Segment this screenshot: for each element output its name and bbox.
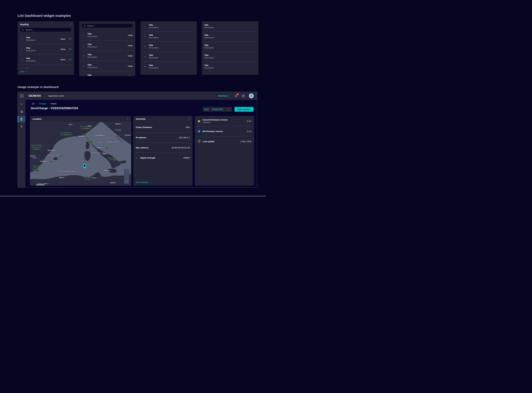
kebab-menu-icon[interactable] (188, 118, 190, 120)
more-actions-button[interactable] (225, 107, 232, 112)
list-widget-search-value: 1 Title Description Value 2 Title Descri… (79, 21, 135, 76)
item-title: Title (204, 64, 256, 67)
external-link-icon[interactable] (69, 38, 71, 40)
item-description: Description (88, 35, 125, 38)
external-link-icon[interactable] (69, 48, 71, 51)
breadcrumb-root-icon[interactable] (32, 103, 35, 105)
external-link-icon[interactable] (69, 58, 71, 61)
map[interactable]: LyonMilanZagrebMonacoSan MarinoSarajevoB… (30, 122, 131, 186)
item-number-badge: 1 (20, 37, 24, 41)
search-input[interactable] (87, 25, 131, 27)
list-item[interactable]: 4 Title Description (143, 52, 194, 62)
action-buttons: ware Enable RFID Open log files (203, 107, 254, 112)
go-to-settings-link[interactable]: Go to settings (136, 181, 151, 183)
item-description: Description (149, 47, 194, 49)
zoom-in-button[interactable]: + (124, 169, 129, 174)
list-item[interactable]: Title Description (204, 31, 256, 42)
map-geography (30, 122, 131, 186)
notifications-button[interactable]: 1 (234, 94, 238, 98)
list-item[interactable]: 3 Title Description Value (20, 54, 71, 65)
bottom-strip (0, 196, 266, 196)
list-item[interactable]: Title Description (204, 62, 256, 72)
update-firmware-button-clipped[interactable]: ware (203, 107, 210, 112)
row-label: Mac address (136, 147, 148, 149)
item-description: Description (149, 26, 194, 29)
list-item[interactable]: Title Description (204, 52, 256, 62)
sidebar (18, 100, 25, 187)
widget-footer: Link (18, 68, 74, 75)
item-value: Value (128, 34, 133, 36)
item-title: Title (204, 34, 256, 36)
item-number-badge: 3 (20, 58, 24, 62)
kebab-menu-icon[interactable] (127, 118, 129, 120)
fullscreen-button[interactable] (124, 179, 129, 184)
search-icon (83, 25, 86, 27)
app-launcher-icon[interactable] (20, 94, 23, 98)
item-value: Value (60, 38, 65, 40)
enable-rfid-button[interactable]: Enable RFID (210, 107, 225, 112)
sidebar-item-home[interactable] (18, 108, 25, 115)
item-description: Description (88, 56, 125, 59)
item-value: Value (128, 65, 133, 67)
warning-icon (197, 119, 201, 123)
list-item[interactable]: 2 Title Description (143, 31, 194, 42)
location-title: Location (33, 118, 42, 120)
item-title: Title (88, 43, 125, 46)
item-title: Title (204, 54, 256, 57)
notification-badge: 1 (236, 93, 239, 95)
firmware-row-m0: M0 firmware version 1.2.3 (197, 126, 251, 136)
chevron-right-icon (25, 71, 27, 72)
row-title: Last update (203, 140, 237, 143)
breadcrumb-charger[interactable]: Charger (39, 103, 46, 105)
overview-rows: Power limitation 80% IP address 192.168.… (136, 122, 190, 163)
overview-title: Overview (136, 118, 145, 120)
item-description: Description (149, 67, 194, 69)
list-item[interactable]: 3 Title Description (143, 41, 194, 52)
item-number-badge: 5 (143, 65, 147, 69)
item-title: Title (149, 24, 194, 26)
list-item[interactable]: 5 Title Description Value (82, 71, 133, 76)
sidebar-item-users[interactable] (18, 123, 25, 130)
fullscreen-icon (126, 180, 128, 182)
item-title: Title (26, 57, 57, 60)
item-title: Title (26, 36, 57, 39)
list-item[interactable]: 5 Title Description (143, 62, 194, 72)
list-widget-plain: Title Description Title Description Titl… (202, 21, 259, 75)
list-widget-numbered: 1 Title Description 2 Title Description (140, 21, 197, 75)
list-item[interactable]: Title Description (204, 21, 256, 31)
double-chevron-right-icon (20, 103, 23, 105)
zoom-out-button[interactable]: − (124, 174, 129, 179)
sidebar-expand-button[interactable] (18, 101, 25, 107)
search-input[interactable] (25, 29, 70, 31)
item-number-badge: 3 (143, 44, 147, 49)
tenant-selector[interactable]: MyTenant (218, 95, 230, 97)
item-value: Value (128, 75, 133, 76)
open-log-files-button[interactable]: Open log files (235, 107, 254, 112)
sidebar-item-charger-active[interactable] (18, 116, 25, 122)
list-item[interactable]: 2 Title Description Value (20, 44, 71, 54)
list-item[interactable]: 4 Title Description Value (82, 61, 133, 71)
firmware-panel: Current firmware version Outdated 1.2.1 … (195, 116, 254, 186)
help-button[interactable]: ? (241, 94, 245, 98)
help-icon: ? (241, 94, 245, 98)
row-label: IP address (136, 136, 146, 139)
item-number-badge: 4 (82, 64, 86, 68)
list-item[interactable]: 1 Title Description Value (82, 30, 133, 40)
list-item[interactable]: 1 Title Description Value (20, 34, 71, 44)
item-description: Description (204, 36, 256, 39)
kebab-menu-icon[interactable] (69, 23, 72, 26)
item-description: Description (88, 46, 125, 48)
list-item[interactable]: 2 Title Description Value (82, 40, 133, 51)
item-number-badge: 2 (143, 34, 147, 39)
widget-link[interactable]: Link (20, 70, 24, 73)
item-title: Title (149, 34, 194, 36)
list-item[interactable]: 4 Title Description Value (20, 65, 71, 68)
list-item[interactable]: 3 Title Description Value (82, 51, 133, 61)
list-item[interactable]: 1 Title Description (143, 21, 194, 31)
user-avatar[interactable]: JD (249, 93, 254, 98)
row-value: 192.168.2.1 (179, 136, 190, 139)
main-content: Charger Details VersiCharge - VSSS234293… (25, 100, 257, 187)
widget-list: 1 Title Description 2 Title Description (143, 21, 194, 75)
chevron-down-icon (229, 95, 230, 97)
list-item[interactable]: Title Description (204, 41, 256, 52)
